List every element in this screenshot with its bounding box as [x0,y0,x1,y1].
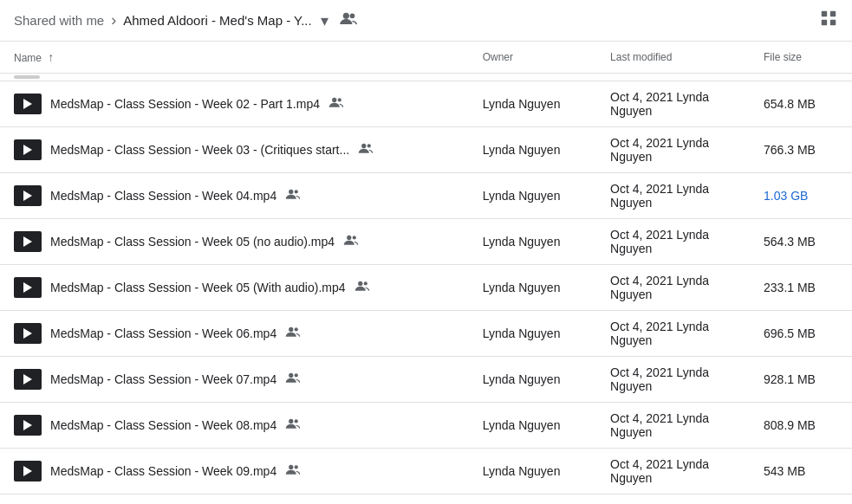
table-row[interactable]: MedsMap - Class Session - Week 07.mp4Lyn… [0,357,852,403]
breadcrumb-current-folder[interactable]: Ahmed Aldoori - Med's Map - Y... [123,13,311,28]
file-size: 808.9 MB [750,403,852,449]
shared-icon [354,280,370,295]
video-thumbnail-icon [14,461,42,481]
svg-point-22 [289,465,293,469]
column-header-name[interactable]: Name ↑ [0,42,469,74]
file-owner[interactable]: Lynda Nguyen [469,127,596,173]
shared-icon [343,234,359,249]
shared-icon [358,142,374,158]
file-name-label: MedsMap - Class Session - Week 05 (no au… [50,235,335,249]
table-row[interactable]: MedsMap - Class Session - Week 04.mp4Lyn… [0,173,852,219]
svg-point-18 [289,373,293,378]
file-size: 766.3 MB [750,127,852,173]
video-thumbnail-icon [14,323,42,344]
column-header-owner[interactable]: Owner [469,42,596,74]
file-name-cell: MedsMap - Class Session - Week 10.mp4 [0,494,469,505]
file-size: 654.8 MB [750,81,852,127]
file-last-modified: Oct 4, 2021 Lynda Nguyen [596,311,750,357]
svg-point-1 [349,13,354,18]
file-owner[interactable]: Lynda Nguyen [469,173,596,219]
file-owner[interactable]: Lynda Nguyen [469,81,596,127]
table-row[interactable]: MedsMap - Class Session - Week 10.mp4Lyn… [0,494,852,505]
table-row[interactable]: MedsMap - Class Session - Week 09.mp4Lyn… [0,449,852,494]
file-name-cell: MedsMap - Class Session - Week 02 - Part… [0,81,469,127]
column-header-file-size[interactable]: File size [750,42,852,74]
breadcrumb-chevron-icon: › [111,11,116,29]
file-table: Name ↑ Owner Last modified File size Med… [0,42,852,504]
file-name-label: MedsMap - Class Session - Week 02 - Part… [50,97,320,111]
svg-point-17 [295,327,298,331]
file-owner[interactable]: Lynda Nguyen [469,494,596,505]
file-name-label: MedsMap - Class Session - Week 06.mp4 [50,326,276,340]
svg-point-7 [338,98,341,101]
svg-point-9 [367,144,371,147]
video-thumbnail-icon [14,415,42,436]
svg-point-14 [358,281,362,286]
file-owner[interactable]: Lynda Nguyen [469,311,596,357]
svg-point-0 [342,13,348,19]
file-owner[interactable]: Lynda Nguyen [469,449,596,494]
file-size: 233.1 MB [750,265,852,311]
file-owner[interactable]: Lynda Nguyen [469,403,596,449]
table-row[interactable]: MedsMap - Class Session - Week 08.mp4Lyn… [0,403,852,449]
file-last-modified: Oct 4, 2021 Lynda Nguyen [596,219,750,265]
svg-point-21 [295,419,298,423]
shared-icon [285,372,301,387]
grid-view-icon[interactable] [819,9,838,32]
file-last-modified: Oct 4, 2021 Lynda Nguyen [596,173,750,219]
table-header-row: Name ↑ Owner Last modified File size [0,42,852,74]
breadcrumb-dropdown-icon[interactable]: ▾ [321,11,328,30]
file-last-modified: Oct 4, 2021 Lynda Nguyen [596,449,750,494]
file-owner[interactable]: Lynda Nguyen [469,219,596,265]
shared-icon [285,463,301,479]
video-thumbnail-icon [14,139,42,160]
file-owner[interactable]: Lynda Nguyen [469,265,596,311]
table-row[interactable]: MedsMap - Class Session - Week 05 (no au… [0,219,852,265]
svg-rect-2 [822,11,827,16]
file-last-modified: Oct 4, 2021 Lynda Nguyen [596,357,750,403]
table-row-hidden [0,74,852,81]
table-row[interactable]: MedsMap - Class Session - Week 05 (With … [0,265,852,311]
svg-point-12 [347,236,351,240]
file-name-label: MedsMap - Class Session - Week 04.mp4 [50,189,276,203]
svg-point-16 [289,327,293,332]
file-size: 1.03 GB [750,173,852,219]
shared-icon [285,417,301,433]
shared-icon [285,188,301,204]
svg-point-20 [289,419,293,423]
svg-point-23 [295,465,298,468]
video-thumbnail-icon [14,185,42,206]
file-name-cell: MedsMap - Class Session - Week 05 (With … [0,265,469,311]
file-name-label: MedsMap - Class Session - Week 03 - (Cri… [50,143,349,157]
file-name-label: MedsMap - Class Session - Week 07.mp4 [50,372,276,386]
video-thumbnail-icon [14,94,42,114]
svg-rect-5 [830,20,836,25]
svg-point-6 [332,98,336,102]
svg-point-11 [295,190,298,193]
file-size: 543 MB [750,449,852,494]
file-size: 638 MB [750,494,852,505]
video-thumbnail-icon [14,369,42,390]
video-thumbnail-icon [14,231,42,252]
file-name-cell: MedsMap - Class Session - Week 06.mp4 [0,311,469,357]
svg-point-15 [363,281,367,285]
svg-point-10 [289,190,293,194]
table-row[interactable]: MedsMap - Class Session - Week 03 - (Cri… [0,127,852,173]
file-owner[interactable]: Lynda Nguyen [469,357,596,403]
column-header-last-modified[interactable]: Last modified [596,42,750,74]
file-last-modified: Oct 4, 2021 Lynda Nguyen [596,403,750,449]
file-last-modified: Oct 4, 2021 Lynda Nguyen [596,127,750,173]
breadcrumb-shared-with-me[interactable]: Shared with me [14,13,104,28]
shared-icon [328,96,344,112]
file-last-modified: Oct 4, 2021 Lynda Nguyen [596,265,750,311]
table-row[interactable]: MedsMap - Class Session - Week 02 - Part… [0,81,852,127]
file-name-cell: MedsMap - Class Session - Week 09.mp4 [0,449,469,494]
file-name-cell: MedsMap - Class Session - Week 05 (no au… [0,219,469,265]
file-size: 564.3 MB [750,219,852,265]
shared-people-icon[interactable] [339,11,358,29]
svg-point-19 [295,373,298,377]
svg-point-13 [353,236,356,239]
file-name-cell: MedsMap - Class Session - Week 07.mp4 [0,357,469,403]
file-last-modified: Oct 4, 2021 Lynda Nguyen [596,81,750,127]
table-row[interactable]: MedsMap - Class Session - Week 06.mp4Lyn… [0,311,852,357]
